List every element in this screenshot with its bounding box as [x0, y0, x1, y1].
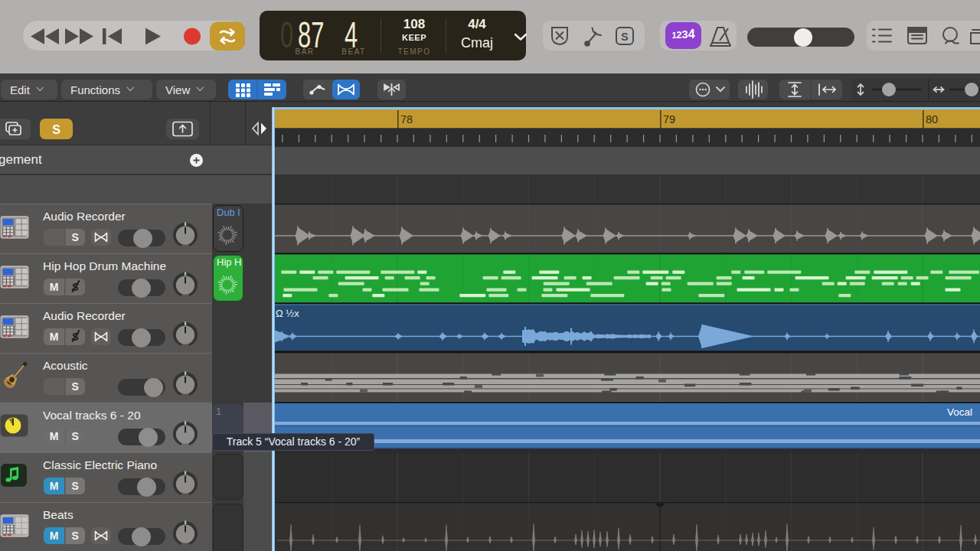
svg-text:Ω ½x: Ω ½x	[276, 308, 299, 319]
svg-text:80: 80	[926, 113, 938, 126]
svg-text:Vocal: Vocal	[947, 406, 972, 418]
svg-text:79: 79	[663, 113, 675, 126]
svg-text:78: 78	[400, 113, 413, 126]
